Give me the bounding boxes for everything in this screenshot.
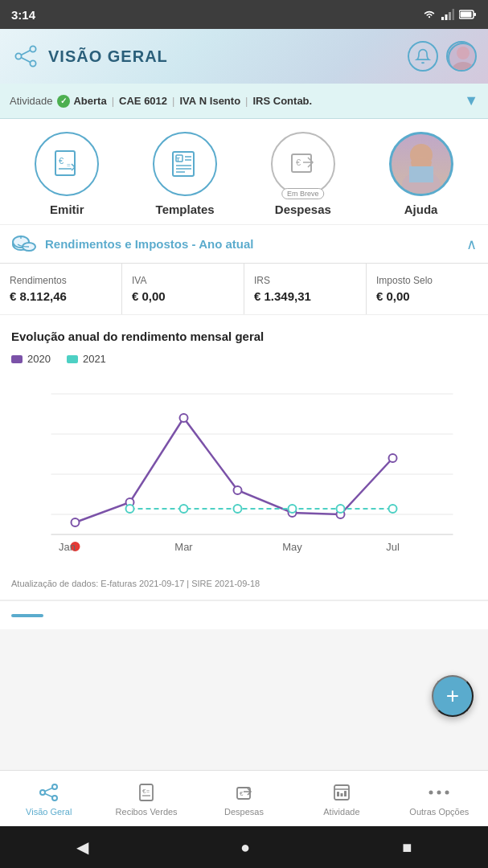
em-breve-badge: Em Breve	[281, 188, 325, 199]
svg-point-78	[429, 790, 433, 794]
stat-rendimentos-label: Rendimentos	[10, 275, 112, 286]
divider-1: |	[112, 95, 114, 107]
svg-point-62	[52, 784, 57, 789]
nav-outras-label: Outras Opções	[409, 807, 469, 817]
status-bar: 3:14	[0, 0, 488, 29]
ajuda-circle	[389, 132, 453, 196]
activity-open: Aberta	[73, 95, 106, 107]
app-logo	[11, 42, 40, 71]
divider-3: |	[245, 95, 248, 107]
svg-point-79	[437, 790, 441, 794]
nav-atividade-icon	[330, 781, 353, 804]
svg-rect-27	[292, 154, 311, 172]
stat-iva-label: IVA	[132, 275, 234, 286]
activity-bar: Atividade Aberta | CAE 6012 | IVA N Isen…	[0, 84, 488, 119]
nav-atividade[interactable]: Atividade	[293, 781, 390, 817]
back-button[interactable]: ◀	[76, 837, 88, 857]
bottom-nav: Visão Geral € = Recibos Verdes € Despesa…	[0, 770, 488, 826]
stat-imposto-label: Imposto Selo	[376, 275, 478, 286]
section-collapse-icon[interactable]: ∧	[466, 235, 477, 253]
ajuda-label: Ajuda	[404, 203, 438, 216]
nav-visao-geral-icon	[38, 781, 60, 804]
battery-icon	[459, 10, 477, 19]
emitir-label: Emitir	[50, 203, 84, 216]
nav-outras-opcoes[interactable]: Outras Opções	[391, 781, 488, 817]
recents-button[interactable]: ■	[402, 838, 412, 857]
network-icon	[39, 782, 59, 803]
activity-expand-icon[interactable]: ▼	[464, 92, 478, 109]
templates-icon: T	[167, 146, 203, 182]
wifi-icon	[422, 9, 437, 20]
partial-indicator	[11, 614, 43, 617]
iva-info: IVA N Isento	[179, 95, 240, 107]
svg-line-65	[45, 793, 52, 796]
status-dot	[57, 95, 70, 108]
profile-button[interactable]	[446, 41, 477, 72]
legend-2021-dot	[67, 355, 78, 363]
expense-nav-icon: €	[234, 782, 255, 803]
ajuda-avatar	[393, 137, 449, 194]
svg-text:=: =	[146, 788, 150, 794]
stat-imposto-selo: Imposto Selo € 0,00	[367, 264, 488, 314]
svg-text:T: T	[176, 156, 180, 163]
activity-status: Aberta	[57, 95, 106, 108]
section-header-left: Rendimentos e Impostos - Ano atual	[11, 233, 253, 256]
svg-line-11	[22, 58, 31, 62]
header: VISÃO GERAL	[0, 29, 488, 84]
svg-point-80	[445, 790, 449, 794]
svg-rect-5	[474, 13, 477, 16]
svg-rect-73	[334, 785, 349, 800]
svg-point-53	[234, 505, 242, 513]
despesas-icon: €	[285, 146, 321, 182]
stats-row: Rendimentos € 8.112,46 IVA € 0,00 IRS € …	[0, 264, 488, 315]
activity-label: Atividade	[10, 95, 52, 107]
svg-text:€: €	[240, 790, 244, 797]
nav-recibos-label: Recibos Verdes	[116, 807, 178, 817]
svg-line-64	[45, 788, 52, 791]
legend-2020-dot	[11, 355, 23, 363]
action-templates[interactable]: T Templates	[137, 132, 233, 216]
home-button[interactable]: ●	[240, 838, 250, 857]
section-title: Rendimentos e Impostos - Ano atual	[45, 237, 253, 251]
fab-add-button[interactable]: +	[432, 675, 474, 717]
emitir-circle: € =	[35, 132, 99, 196]
nav-visao-geral[interactable]: Visão Geral	[0, 781, 97, 817]
line-chart: Jan Mar May Jul	[11, 378, 477, 563]
chart-container: Evolução anual do rendimento mensal gera…	[0, 315, 488, 600]
rendimentos-section-header[interactable]: Rendimentos e Impostos - Ano atual ∧	[0, 225, 488, 264]
svg-point-9	[30, 60, 35, 66]
nav-atividade-label: Atividade	[323, 807, 359, 817]
chart-footer: Atualização de dados: E-faturas 2021-09-…	[11, 579, 477, 588]
stat-rendimentos-value: € 8.112,46	[10, 289, 112, 303]
svg-rect-77	[344, 791, 347, 796]
action-despesas[interactable]: € Em Breve Despesas	[255, 132, 351, 216]
action-ajuda[interactable]: Ajuda	[373, 132, 470, 216]
svg-rect-76	[340, 793, 342, 796]
nav-despesas[interactable]: € Despesas	[195, 781, 293, 817]
legend-2021: 2021	[67, 353, 106, 365]
legend-2021-label: 2021	[83, 353, 106, 365]
svg-point-63	[52, 796, 57, 800]
cae-info: CAE 6012	[119, 95, 167, 107]
nav-recibos-verdes[interactable]: € = Recibos Verdes	[97, 781, 195, 817]
chart-area: Jan Mar May Jul	[11, 378, 477, 571]
more-icon	[429, 787, 449, 798]
action-emitir[interactable]: € = Emitir	[18, 132, 115, 216]
stat-imposto-value: € 0,00	[376, 289, 478, 303]
svg-point-51	[126, 505, 134, 513]
despesas-circle: € Em Breve	[271, 132, 335, 196]
svg-point-45	[234, 486, 242, 494]
svg-text:€: €	[59, 156, 64, 166]
notifications-button[interactable]	[408, 41, 438, 72]
svg-text:Mar: Mar	[174, 541, 193, 553]
svg-rect-1	[445, 14, 448, 20]
svg-rect-75	[337, 792, 339, 796]
svg-point-56	[389, 505, 397, 513]
svg-text:Jul: Jul	[386, 541, 400, 553]
svg-point-52	[180, 505, 188, 513]
partial-section	[0, 600, 488, 629]
svg-point-61	[40, 790, 45, 795]
templates-circle: T	[153, 132, 217, 196]
svg-point-44	[180, 414, 188, 422]
nav-outras-icon	[428, 781, 450, 804]
